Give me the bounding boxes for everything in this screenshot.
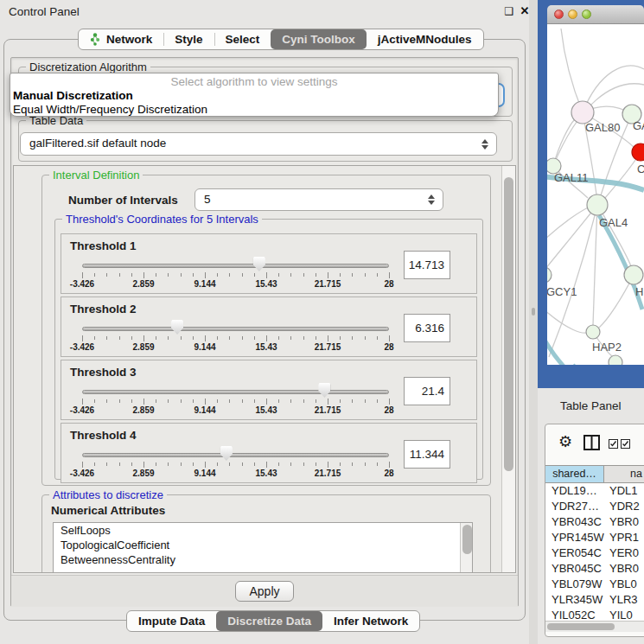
- minimize-traffic-light-icon[interactable]: [568, 10, 577, 19]
- tick-mark: [94, 336, 95, 340]
- table-cell[interactable]: YLR345W: [545, 592, 604, 608]
- threshold-3-value-field[interactable]: 21.4: [404, 377, 450, 405]
- table-row[interactable]: YPR145WYPR1: [545, 530, 644, 545]
- table-cell[interactable]: YPR145W: [545, 530, 604, 545]
- tick-mark: [131, 336, 132, 340]
- tick-mark: [106, 336, 107, 340]
- network-view-window: GAL80GACGAL11GAL4GCY1HHAP2: [538, 0, 644, 388]
- table-row[interactable]: YBR043CYBR0: [545, 514, 644, 530]
- table-cell[interactable]: YDR2: [604, 499, 644, 514]
- node-label-gal80: GAL80: [585, 121, 620, 134]
- table-cell[interactable]: YPR1: [604, 530, 644, 545]
- slider-handle[interactable]: [318, 383, 330, 398]
- tick-mark: [316, 462, 316, 466]
- list-scrollbar[interactable]: [460, 523, 472, 573]
- attribute-list-item[interactable]: SelfLoops: [54, 523, 472, 538]
- settings-gear-icon[interactable]: ⚙: [558, 432, 572, 451]
- tab-impute-data-label: Impute Data: [138, 615, 205, 628]
- column-checkbox-icon[interactable]: [609, 439, 618, 449]
- table-row[interactable]: YBR045CYBR0: [545, 561, 644, 577]
- table-cell[interactable]: YBR043C: [545, 514, 604, 530]
- node-gcy1[interactable]: [547, 267, 552, 283]
- slider-track[interactable]: [82, 327, 389, 331]
- tick-mark: [82, 399, 83, 405]
- slider-track[interactable]: [82, 390, 389, 394]
- table-cell[interactable]: YBR045C: [545, 561, 604, 577]
- network-canvas[interactable]: GAL80GACGAL11GAL4GCY1HHAP2: [547, 24, 644, 365]
- table-cell[interactable]: YLR3: [604, 592, 644, 608]
- column-header-shared-name[interactable]: shared…: [545, 466, 604, 482]
- slider-handle[interactable]: [253, 257, 265, 271]
- tick-label: 2.859: [132, 405, 154, 415]
- number-of-intervals-combobox[interactable]: 5: [194, 188, 443, 211]
- slider-track[interactable]: [82, 264, 389, 268]
- table-row[interactable]: YBL079WYBL0: [545, 577, 644, 592]
- tick-mark: [254, 273, 255, 277]
- tick-mark: [82, 335, 83, 341]
- tick-mark: [377, 273, 378, 277]
- popup-item-manual-discretization[interactable]: Manual Discretization: [10, 89, 498, 103]
- zoom-traffic-light-icon[interactable]: [582, 10, 591, 19]
- tab-network[interactable]: Network: [79, 29, 163, 49]
- table-cell[interactable]: YER0: [604, 545, 644, 561]
- table-cell[interactable]: YER054C: [545, 545, 604, 561]
- node-hap2[interactable]: [586, 325, 600, 339]
- slider-handle[interactable]: [220, 446, 233, 461]
- split-pane-divider[interactable]: [529, 0, 538, 644]
- numerical-attributes-list[interactable]: SelfLoopsTopologicalCoefficientBetweenne…: [53, 522, 473, 573]
- scrollbar-thumb[interactable]: [547, 623, 615, 630]
- table-row[interactable]: YER054CYER0: [545, 545, 644, 561]
- node-bottom-partial[interactable]: [609, 355, 622, 365]
- tick-mark: [217, 273, 218, 277]
- tick-mark: [303, 462, 304, 466]
- slider-handle[interactable]: [171, 320, 183, 335]
- table-row[interactable]: YLR345WYLR3: [545, 592, 644, 608]
- table-horizontal-scrollbar[interactable]: [545, 621, 644, 632]
- node-gal4[interactable]: [587, 194, 608, 215]
- network-window-titlebar[interactable]: [547, 5, 644, 24]
- table-row[interactable]: YDR27…YDR2: [545, 499, 644, 514]
- tab-select-label: Select: [226, 33, 260, 46]
- tab-jactivemnodules[interactable]: jActiveMNodules: [367, 29, 483, 49]
- table-cell[interactable]: YBL079W: [545, 577, 604, 592]
- column-checkbox-icon[interactable]: [621, 439, 630, 449]
- threshold-1-panel: Threshold 1 -3.4262.8599.14415.4321.7152…: [61, 233, 477, 294]
- table-data-combobox[interactable]: galFiltered.sif default node: [20, 132, 497, 156]
- split-columns-icon[interactable]: [583, 435, 600, 450]
- tab-impute-data[interactable]: Impute Data: [127, 611, 216, 631]
- tick-mark: [229, 273, 230, 277]
- float-window-icon[interactable]: ❑: [503, 5, 515, 17]
- attribute-list-item[interactable]: TopologicalCoefficient: [54, 538, 472, 552]
- threshold-2-value-field[interactable]: 6.316: [404, 314, 450, 342]
- table-cell[interactable]: YDL19…: [545, 483, 604, 499]
- column-header-name[interactable]: na: [604, 466, 644, 482]
- slider-track[interactable]: [82, 453, 389, 457]
- scrollbar-thumb[interactable]: [504, 177, 513, 471]
- tick-mark: [217, 336, 218, 340]
- tab-cyni-toolbox[interactable]: Cyni Toolbox: [271, 29, 367, 49]
- table-row[interactable]: YDL19…YDL1: [545, 483, 644, 499]
- tick-label: -3.426: [70, 405, 94, 415]
- tick-label: 9.144: [194, 469, 215, 478]
- close-traffic-light-icon[interactable]: [554, 10, 564, 19]
- tick-mark: [82, 272, 83, 278]
- tick-mark: [303, 399, 304, 403]
- table-cell[interactable]: YBR0: [604, 514, 644, 530]
- table-cell[interactable]: YBL0: [604, 577, 644, 592]
- tab-style[interactable]: Style: [163, 29, 214, 49]
- threshold-1-value-field[interactable]: 14.713: [404, 251, 450, 279]
- tab-infer-network[interactable]: Infer Network: [322, 611, 419, 631]
- node-h[interactable]: [624, 265, 643, 284]
- cyni-bottom-tabbar: Impute Data Discretize Data Infer Networ…: [126, 610, 420, 632]
- node-selected-red[interactable]: [632, 143, 644, 161]
- tab-discretize-data[interactable]: Discretize Data: [216, 611, 322, 631]
- popup-item-equal-width-frequency[interactable]: Equal Width/Frequency Discretization: [10, 103, 498, 117]
- table-cell[interactable]: YBR0: [604, 561, 644, 577]
- attribute-list-item[interactable]: BetweennessCentrality: [54, 552, 472, 567]
- apply-button[interactable]: Apply: [235, 581, 294, 602]
- table-cell[interactable]: YDL1: [604, 483, 644, 499]
- tab-select[interactable]: Select: [214, 29, 271, 49]
- threshold-4-value-field[interactable]: 11.344: [404, 440, 450, 469]
- settings-scrollbar[interactable]: [501, 166, 515, 572]
- table-cell[interactable]: YDR27…: [545, 499, 604, 514]
